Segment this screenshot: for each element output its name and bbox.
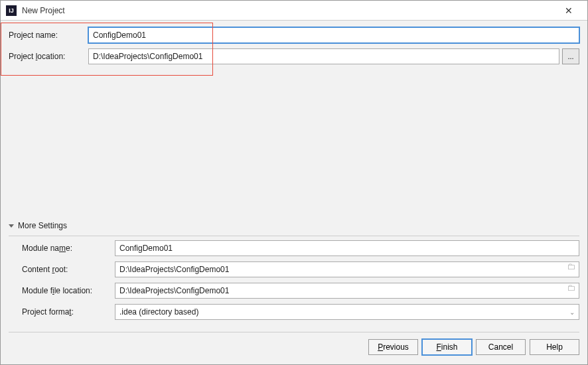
project-name-input[interactable] — [88, 27, 579, 43]
project-name-row: Project name: — [9, 27, 579, 43]
content-root-label: Content root: — [22, 265, 115, 274]
chevron-down-icon: ⌄ — [569, 309, 575, 316]
module-name-input[interactable] — [115, 240, 579, 256]
help-button[interactable]: Help — [530, 339, 579, 355]
spacer — [9, 70, 579, 221]
project-location-input[interactable] — [88, 48, 559, 64]
project-format-value: .idea (directory based) — [119, 307, 198, 317]
project-name-label: Project name: — [9, 31, 88, 40]
content-root-row: Content root: 🗀 — [22, 261, 579, 277]
cancel-button[interactable]: Cancel — [476, 339, 526, 355]
app-icon: IJ — [6, 5, 17, 16]
more-settings-section: More Settings Module name: Content root:… — [9, 221, 579, 325]
project-format-label: Project format: — [22, 307, 115, 317]
dialog-content: Project name: Project location: ... More… — [1, 21, 587, 364]
project-location-label: Project location: — [9, 52, 88, 61]
previous-button[interactable]: Previous — [368, 339, 418, 355]
project-location-row: Project location: ... — [9, 48, 579, 64]
browse-location-button[interactable]: ... — [562, 48, 579, 64]
project-format-row: Project format: .idea (directory based) … — [22, 304, 579, 320]
module-file-location-row: Module file location: 🗀 — [22, 283, 579, 299]
window-title: New Project — [22, 6, 555, 15]
button-bar: Previous Finish Cancel Help — [9, 332, 579, 358]
chevron-down-icon — [9, 224, 14, 228]
titlebar: IJ New Project ✕ — [1, 1, 587, 21]
module-file-location-input[interactable] — [115, 283, 579, 299]
module-name-row: Module name: — [22, 240, 579, 256]
finish-button[interactable]: Finish — [422, 339, 472, 355]
more-settings-toggle[interactable]: More Settings — [9, 221, 579, 230]
section-separator — [9, 236, 579, 236]
more-settings-label: More Settings — [18, 221, 67, 230]
close-button[interactable]: ✕ — [555, 1, 582, 20]
content-root-input[interactable] — [115, 261, 579, 277]
module-name-label: Module name: — [22, 244, 115, 253]
module-file-location-label: Module file location: — [22, 286, 115, 295]
project-format-select[interactable]: .idea (directory based) ⌄ — [115, 304, 579, 320]
